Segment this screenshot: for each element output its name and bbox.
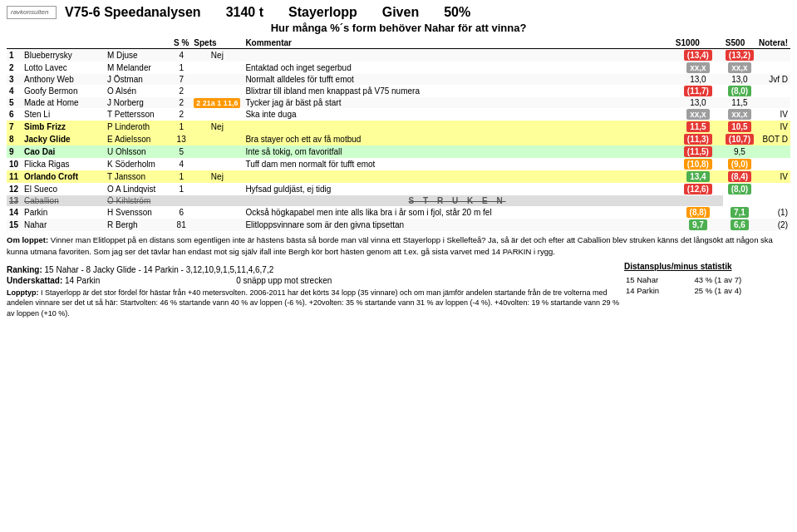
- comment-cell: [243, 170, 672, 183]
- table-row: 14ParkinH Svensson6Också högkapabel men …: [7, 206, 790, 219]
- horse-name: Cao Dai: [22, 145, 105, 158]
- table-row: 2Lotto LavecM Melander1Entaktad och inge…: [7, 62, 790, 74]
- table-row: 6Sten LiT Pettersson2Ska inte dugaxx,xxx…: [7, 108, 790, 121]
- horse-name: El Sueco: [22, 183, 105, 195]
- key-question: Hur många %´s form behöver Nahar för att…: [7, 22, 790, 34]
- s500-cell: (8,0): [723, 85, 756, 97]
- stat-row-parkin: 14 Parkin 25 % (1 av 4): [626, 286, 789, 295]
- ranking-value: 15 Nahar - 8 Jacky Glide - 14 Parkin - 3…: [45, 265, 274, 274]
- table-row: 8Jacky GlideE Adielsson13Bra stayer och …: [7, 133, 790, 145]
- table-row: 10Flicka RigasK Söderholm4Tuff dam men n…: [7, 158, 790, 170]
- s1000-cell: (12,6): [673, 183, 723, 195]
- s500-cell: 7,1: [723, 206, 756, 219]
- comment-cell: Tycker jag är bäst på start: [243, 97, 672, 108]
- horse-name: Sten Li: [22, 108, 105, 121]
- spets-cell: [191, 219, 243, 231]
- s1000-cell: xx,x: [673, 62, 723, 74]
- spets-cell: [191, 62, 243, 74]
- col-header-note: Notera!: [756, 37, 790, 49]
- nahar-stat: 43 % (1 av 7): [695, 275, 789, 284]
- horse-name: Blueberrysky: [22, 49, 105, 62]
- spets-cell: [191, 74, 243, 85]
- distans-title: Distansplus/minus statistik: [624, 262, 790, 271]
- table-row: 15NaharR Bergh81Elitloppsvinnare som är …: [7, 219, 790, 231]
- horse-name: Lotto Lavec: [22, 62, 105, 74]
- underskattad-line: Underskattad: 14 Parkin 0 snäpp upp mot …: [7, 276, 624, 285]
- s1000-cell: (11,7): [673, 85, 723, 97]
- col-header-horse: [22, 37, 105, 49]
- horse-name: Flicka Rigas: [22, 158, 105, 170]
- s1000-cell: (11,5): [673, 145, 723, 158]
- comment-cell: Inte så tokig, om favoritfall: [243, 145, 672, 158]
- underskattad-label: Underskattad:: [7, 276, 62, 285]
- table-row: 11Orlando CroftT Jansson1Nej13,4(8,4)IV: [7, 170, 790, 183]
- distans-statistik: Distansplus/minus statistik 15 Nahar 43 …: [624, 262, 790, 297]
- parkin-label: 14 Parkin: [626, 286, 693, 295]
- horse-name: Jacky Glide: [22, 133, 105, 145]
- spets-cell: [191, 133, 243, 145]
- main-table: S % Spets Kommentar S1000 S500 Notera! 1…: [7, 37, 790, 231]
- col-header-comment: Kommentar: [243, 37, 672, 49]
- horse-name: Caballion: [22, 195, 105, 206]
- s1000-cell: xx,x: [673, 108, 723, 121]
- s1000-cell: 13,0: [673, 74, 723, 85]
- table-row: 9Cao DaiU Ohlsson5Inte så tokig, om favo…: [7, 145, 790, 158]
- s1000-cell: 13,4: [673, 170, 723, 183]
- nahar-label: 15 Nahar: [626, 275, 693, 284]
- snapp-upp: 0 snäpp upp mot strecken: [236, 276, 332, 285]
- s500-cell: (10,7): [723, 133, 756, 145]
- table-row: 12El SuecoO A Lindqvist1Hyfsad guldjäst,…: [7, 183, 790, 195]
- table-row: 7Simb FrizzP Linderoth1Nej11,510,5IV: [7, 121, 790, 133]
- parkin-stat: 25 % (1 av 4): [695, 286, 789, 295]
- horse-name: Orlando Croft: [22, 170, 105, 183]
- s500-cell: 10,5: [723, 121, 756, 133]
- s500-cell: (9,0): [723, 158, 756, 170]
- horse-name: Goofy Bermon: [22, 85, 105, 97]
- spets-cell: [191, 206, 243, 219]
- ranking-line: Ranking: 15 Nahar - 8 Jacky Glide - 14 P…: [7, 265, 624, 274]
- ranking-label: Ranking:: [7, 265, 42, 274]
- om-loppet: Om loppet: Vinner man Elitloppet på en d…: [7, 234, 790, 259]
- spets-cell: S T R U K E N: [191, 195, 723, 206]
- spets-cell: [191, 108, 243, 121]
- underskattad-value: 14 Parkin: [65, 276, 100, 285]
- s1000-cell: (13,4): [673, 49, 723, 62]
- horse-name: Parkin: [22, 206, 105, 219]
- spets-cell: 2 21a 1 11,6: [191, 97, 243, 108]
- horse-name: Simb Frizz: [22, 121, 105, 133]
- comment-cell: Elitloppsvinnare som är den givna tipset…: [243, 219, 672, 231]
- s500-cell: 6,6: [723, 219, 756, 231]
- horse-name: Nahar: [22, 219, 105, 231]
- page-title: V75-6 Speedanalysen 3140 t Stayerlopp Gi…: [65, 5, 470, 20]
- col-header-s500: S500: [723, 37, 756, 49]
- s1000-cell: (8,8): [673, 206, 723, 219]
- comment-cell: Entaktad och inget segerbud: [243, 62, 672, 74]
- s500-cell: 9,5: [723, 145, 756, 158]
- comment-cell: Ska inte duga: [243, 108, 672, 121]
- s500-cell: xx,x: [723, 108, 756, 121]
- comment-cell: [243, 49, 672, 62]
- comment-cell: [243, 121, 672, 133]
- col-header-rider: [105, 37, 171, 49]
- table-row: 13CaballionÖ KihlströmS T R U K E N: [7, 195, 790, 206]
- col-header-spets: Spets: [191, 37, 243, 49]
- s1000-cell: 11,5: [673, 121, 723, 133]
- table-row: 4Goofy BermonO Alsén2Blixtrar till iblan…: [7, 85, 790, 97]
- spets-cell: Nej: [191, 121, 243, 133]
- s500-cell: xx,x: [723, 62, 756, 74]
- spets-cell: [191, 183, 243, 195]
- s1000-cell: 9,7: [673, 219, 723, 231]
- s500-cell: (8,4): [723, 170, 756, 183]
- s500-cell: (8,0): [723, 183, 756, 195]
- col-header-num: [7, 37, 22, 49]
- stat-row-nahar: 15 Nahar 43 % (1 av 7): [626, 275, 789, 284]
- s500-cell: 11,5: [723, 97, 756, 108]
- s500-cell: 13,0: [723, 74, 756, 85]
- table-row: 5Made at HomeJ Norberg22 21a 1 11,6Tycke…: [7, 97, 790, 108]
- spets-badge: 2 21a 1 11,6: [194, 98, 240, 108]
- spets-cell: [191, 85, 243, 97]
- spets-cell: Nej: [191, 49, 243, 62]
- col-header-sp: S %: [171, 37, 191, 49]
- table-row: 3Anthony WebJ Östman7Normalt alldeles fö…: [7, 74, 790, 85]
- lopptype-text: Lopptyp: I Stayerlopp är det stor fördel…: [7, 288, 624, 319]
